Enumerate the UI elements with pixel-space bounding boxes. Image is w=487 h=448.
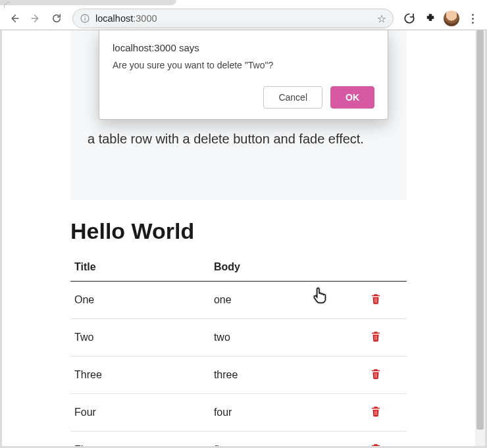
tab-strip: [0, 0, 176, 5]
svg-rect-2: [84, 18, 85, 20]
back-button[interactable]: [5, 9, 24, 28]
menu-button[interactable]: [463, 9, 482, 28]
cell-title: Four: [70, 394, 210, 432]
cell-actions: [366, 357, 407, 394]
table-header-row: Title Body: [70, 253, 407, 282]
cancel-button[interactable]: Cancel: [263, 86, 322, 109]
table-row: Twotwo: [70, 319, 407, 357]
cell-body: four: [210, 394, 366, 432]
browser-chrome: localhost:3000 ☆: [0, 0, 487, 30]
bookmark-star-icon[interactable]: ☆: [377, 12, 386, 25]
dialog-origin: localhost:3000 says: [113, 42, 374, 53]
svg-point-1: [84, 16, 86, 18]
profile-avatar[interactable]: [442, 9, 461, 28]
page-title: Hello World: [70, 218, 475, 244]
sync-icon[interactable]: [400, 9, 419, 28]
address-bar[interactable]: localhost:3000 ☆: [72, 9, 394, 28]
data-table: Title Body Oneone Twotwo Threethree Four…: [70, 253, 407, 446]
table-row: Fourfour: [70, 394, 407, 432]
intro-text: a table row with a delete button and fad…: [88, 132, 364, 146]
ok-button[interactable]: OK: [330, 86, 374, 109]
forward-button[interactable]: [26, 9, 45, 28]
cell-title: Two: [70, 319, 210, 357]
avatar-icon: [444, 11, 459, 26]
table-row: Fivefive: [70, 432, 407, 447]
cell-title: Three: [70, 357, 210, 394]
cell-actions: [366, 432, 407, 447]
delete-button[interactable]: [370, 367, 382, 380]
trash-icon: [370, 405, 382, 418]
cell-actions: [366, 319, 407, 357]
vertical-scrollbar[interactable]: [475, 30, 485, 446]
delete-button[interactable]: [370, 442, 382, 446]
trash-icon: [370, 330, 382, 343]
col-header-title: Title: [70, 253, 210, 282]
cell-body: two: [210, 319, 366, 357]
delete-button[interactable]: [370, 292, 382, 305]
cell-body: one: [210, 282, 366, 319]
cell-title: One: [70, 282, 210, 319]
cell-title: Five: [70, 432, 210, 447]
extensions-icon[interactable]: [421, 9, 440, 28]
dialog-buttons: Cancel OK: [113, 86, 374, 109]
trash-icon: [370, 292, 382, 305]
trash-icon: [370, 442, 382, 446]
table-row: Oneone: [70, 282, 407, 319]
cell-actions: [366, 394, 407, 432]
col-header-actions: [366, 253, 407, 282]
trash-icon: [370, 367, 382, 380]
url-text: localhost:3000: [95, 13, 372, 24]
scrollbar-thumb[interactable]: [476, 30, 484, 430]
dialog-message: Are you sure you want to delete "Two"?: [113, 60, 374, 70]
col-header-body: Body: [210, 253, 366, 282]
url-host: localhost: [95, 13, 133, 24]
cell-body: three: [210, 357, 366, 394]
site-info-icon: [80, 13, 90, 24]
cell-body: five: [210, 432, 366, 447]
delete-button[interactable]: [370, 330, 382, 343]
reload-button[interactable]: [47, 9, 66, 28]
kebab-icon: [467, 14, 478, 24]
url-port: :3000: [133, 13, 157, 24]
browser-toolbar: localhost:3000 ☆: [0, 7, 487, 30]
table-row: Threethree: [70, 357, 407, 394]
delete-button[interactable]: [370, 405, 382, 418]
cell-actions: [366, 282, 407, 319]
confirm-dialog: localhost:3000 says Are you sure you wan…: [99, 30, 388, 120]
